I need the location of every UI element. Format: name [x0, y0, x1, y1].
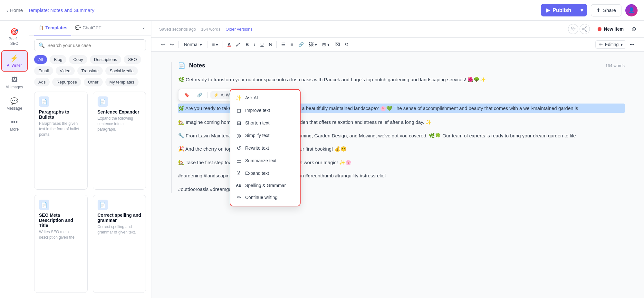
tag-my-templates[interactable]: My templates [105, 78, 139, 86]
svg-point-0 [571, 27, 573, 29]
search-input[interactable] [47, 43, 142, 48]
style-label: Normal [184, 42, 198, 47]
tag-descriptions[interactable]: Descriptions [90, 55, 121, 64]
special-char-button[interactable]: Ω [343, 41, 350, 48]
toolbar-divider-4 [276, 41, 277, 48]
ai-menu-item-spelling[interactable]: AB Spelling & Grammar [230, 180, 300, 191]
sidebar-item-message[interactable]: 💬 Message [1, 94, 28, 114]
align-button[interactable]: ≡ ▾ [210, 41, 220, 48]
saved-status: Saved seconds ago [159, 27, 196, 32]
doc-actions-right: New Item ⊕ [568, 24, 636, 34]
publish-caret[interactable]: ▾ [577, 4, 587, 16]
tab-chatgpt[interactable]: 💬 ChatGPT [71, 21, 105, 35]
user-icon-add[interactable] [568, 24, 578, 34]
add-content-button[interactable]: ⊕ [631, 25, 636, 33]
svg-point-2 [582, 28, 584, 30]
user-icons [568, 24, 590, 34]
text-color-button[interactable]: A [226, 41, 233, 48]
avatar[interactable]: 👤 [625, 4, 638, 16]
toolbar-divider-2 [207, 41, 207, 48]
simplify-icon: ◎ [235, 133, 242, 139]
improve-label: Improve text [245, 108, 270, 113]
ai-menu-item-rewrite[interactable]: ↺ Rewrite text [230, 142, 300, 154]
ask-ai-icon: ✨ [235, 95, 242, 101]
image-button[interactable]: 🖼 ▾ [307, 41, 319, 48]
share-button[interactable]: ⬆ Share [591, 4, 621, 16]
italic-button[interactable]: I [252, 41, 257, 48]
ai-menu-item-ask[interactable]: ✨ Ask AI [230, 92, 300, 104]
sidebar-item-ai-writer[interactable]: ⚡ AI Writer [1, 50, 28, 72]
breadcrumb: Template: Notes and Summary [28, 7, 94, 13]
toolbar-divider-1 [178, 41, 179, 48]
older-versions-link[interactable]: Older versions [226, 27, 253, 32]
sidebar-item-ai-images[interactable]: 🖼 AI Images [1, 73, 28, 93]
doc-icon: 📄 [178, 62, 185, 69]
tag-video[interactable]: Video [56, 66, 75, 75]
template-desc-sentence: Expand the following sentence into a par… [98, 116, 141, 132]
clear-format-button[interactable]: ⌧ [333, 41, 342, 48]
editing-mode-button[interactable]: ✏ Editing ▾ [595, 40, 626, 49]
ai-menu-item-continue[interactable]: ✏ Continue writing [230, 191, 300, 204]
sidebar-item-brief-seo-label: Brief + SEO [5, 37, 24, 46]
left-sidebar: 🎯 Brief + SEO ⚡ AI Writer 🖼 AI Images 💬 … [0, 21, 29, 298]
more-toolbar-button[interactable]: ••• [628, 41, 636, 48]
bold-button[interactable]: B [244, 41, 251, 48]
search-box: 🔍 [34, 39, 146, 51]
tag-copy[interactable]: Copy [69, 55, 87, 64]
svg-point-3 [585, 30, 587, 32]
ai-menu-item-shorten[interactable]: ⊞ Shorten text [230, 117, 300, 129]
publish-button[interactable]: ▶ Publish ▾ [541, 4, 587, 16]
template-card-seo-meta[interactable]: 📄 SEO Meta Description and Title Writes … [34, 195, 88, 293]
table-button[interactable]: ⊞ ▾ [320, 41, 332, 48]
panel-collapse-button[interactable]: ‹ [142, 24, 146, 32]
link-button[interactable]: 🔗 [296, 41, 306, 48]
sidebar-item-ai-writer-label: AI Writer [7, 63, 22, 68]
svg-point-1 [585, 27, 587, 28]
editor-toolbar: ↩ ↪ Normal ▾ ≡ ▾ A 🖊 B I U S ☰ ≡ 🔗 🖼 ▾ ⊞… [151, 38, 644, 52]
tag-all[interactable]: All [34, 55, 47, 64]
publish-label: Publish [553, 7, 571, 13]
tag-seo[interactable]: SEO [124, 55, 141, 64]
new-item-button[interactable]: New Item [594, 25, 628, 34]
sidebar-item-more[interactable]: ••• More [1, 115, 28, 135]
templates-tab-icon: 📋 [38, 25, 43, 30]
doc-title: Notes [189, 62, 205, 69]
template-card-paragraphs-bullets[interactable]: 📄 Paragraphs to Bullets Paraphrases the … [34, 92, 88, 190]
undo-button[interactable]: ↩ [159, 41, 167, 48]
tag-email[interactable]: Email [34, 66, 53, 75]
tag-blog[interactable]: Blog [50, 55, 66, 64]
template-title-seo: SEO Meta Description and Title [39, 213, 83, 228]
template-desc-paragraphs: Paraphrases the given text in the form o… [39, 121, 83, 137]
tag-other[interactable]: Other [84, 78, 103, 86]
ai-menu-item-summarize[interactable]: ☰ Summarize text [230, 154, 300, 167]
user-icon-share[interactable] [580, 24, 590, 34]
ai-menu-item-improve[interactable]: ◻ Improve text [230, 104, 300, 117]
redo-button[interactable]: ↪ [168, 41, 176, 48]
highlight-button[interactable]: 🖊 [234, 41, 242, 48]
sidebar-item-brief-seo[interactable]: 🎯 Brief + SEO [1, 25, 28, 49]
ai-menu-item-expand[interactable]: ⊻ Expand text [230, 167, 300, 180]
content-area: Saved seconds ago 164 words Older versio… [151, 21, 644, 298]
numbered-list-button[interactable]: ≡ [289, 41, 295, 48]
template-card-spelling[interactable]: 📄 Correct spelling and grammar Correct s… [93, 195, 146, 293]
home-link[interactable]: ‹ Home [6, 7, 23, 13]
filter-tags: All Blog Copy Descriptions SEO Email Vid… [29, 55, 151, 86]
tag-social-media[interactable]: Social Media [105, 66, 138, 75]
bullet-list-button[interactable]: ☰ [279, 41, 287, 48]
tag-repurpose[interactable]: Repurpose [52, 78, 81, 86]
tag-ads[interactable]: Ads [34, 78, 50, 86]
bookmark-inline-button[interactable]: 🔖 [182, 91, 192, 99]
template-icon-seo: 📄 [39, 200, 49, 210]
ai-menu-item-simplify[interactable]: ◎ Simplify text [230, 129, 300, 142]
rewrite-label: Rewrite text [245, 145, 269, 151]
underline-button[interactable]: U [258, 41, 265, 48]
simplify-label: Simplify text [245, 133, 269, 138]
tag-translate[interactable]: Translate [77, 66, 103, 75]
template-card-sentence-expander[interactable]: 📄 Sentence Expander Expand the following… [93, 92, 146, 190]
style-select[interactable]: Normal ▾ [181, 41, 205, 48]
strikethrough-button[interactable]: S [267, 41, 274, 48]
share-icon: ⬆ [596, 7, 601, 13]
sidebar-item-ai-images-label: AI Images [5, 85, 23, 89]
link-inline-button[interactable]: 🔗 [195, 91, 205, 99]
tab-templates[interactable]: 📋 Templates [34, 21, 71, 35]
